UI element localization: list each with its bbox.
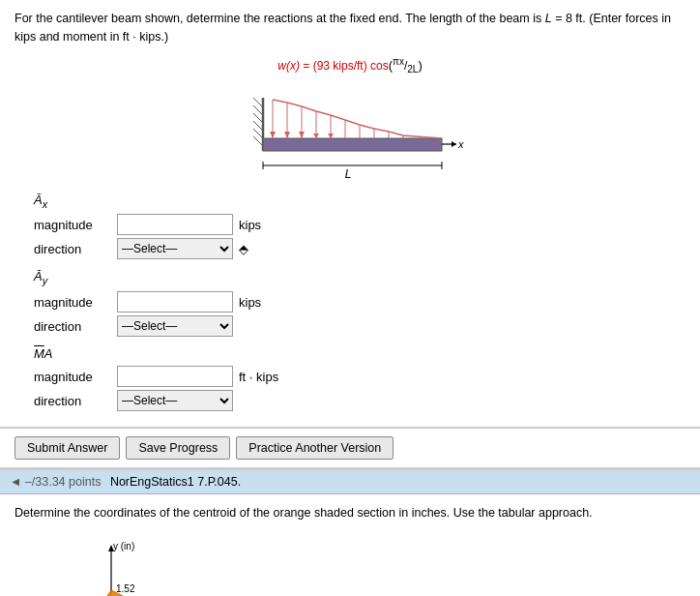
svg-text:1.52: 1.52 — [116, 583, 135, 594]
ma-unit: ft · kips — [239, 370, 278, 384]
ax-unit: kips — [239, 218, 261, 232]
ax-direction-label: direction — [34, 242, 111, 256]
svg-line-3 — [253, 113, 263, 123]
svg-text:y (in): y (in) — [113, 541, 134, 551]
ay-symbol: Āy — [34, 269, 47, 283]
svg-line-2 — [253, 105, 263, 115]
ma-direction-row: direction —Select— CW CCW — [34, 390, 685, 411]
svg-rect-7 — [263, 138, 442, 151]
course-label: NorEngStatics1 7.P.045. — [110, 475, 241, 489]
submit-button[interactable]: Submit Answer — [15, 436, 120, 460]
svg-marker-27 — [299, 132, 305, 138]
practice-button[interactable]: Practice Another Version — [236, 436, 394, 460]
problem2-header: ◄ –/33.34 points NorEngStatics1 7.P.045. — [0, 470, 700, 494]
ma-magnitude-input[interactable] — [117, 366, 233, 387]
ay-row: Āy — [34, 269, 685, 286]
svg-line-6 — [253, 136, 263, 146]
svg-marker-25 — [270, 132, 276, 138]
ay-magnitude-input[interactable] — [117, 291, 233, 313]
ax-select-arrow: ⬘ — [239, 242, 248, 256]
svg-marker-36 — [53, 590, 169, 596]
beam-svg: x L — [234, 78, 466, 185]
ay-unit: kips — [239, 295, 261, 310]
ma-magnitude-row: magnitude ft · kips — [34, 366, 685, 387]
problem2-text: Determine the coordinates of the centroi… — [15, 504, 685, 522]
ma-symbol: M — [34, 346, 44, 361]
ax-magnitude-label: magnitude — [34, 218, 111, 232]
problem1-text: For the cantilever beam shown, determine… — [15, 10, 685, 46]
svg-line-5 — [253, 129, 263, 138]
problem2-section: Determine the coordinates of the centroi… — [0, 494, 700, 596]
centroid-area: y (in) x (in) 1.52 -1.52 -3.04 3.04 -3.0… — [15, 532, 685, 596]
svg-marker-29 — [328, 134, 334, 138]
svg-text:x: x — [457, 138, 464, 150]
svg-line-1 — [253, 98, 263, 107]
ax-direction-select[interactable]: —Select— +x -x — [117, 238, 233, 259]
problem1-description: For the cantilever beam shown, determine… — [15, 12, 671, 44]
beam-formula: w(x) = (93 kips/ft) cos(πx/2L) — [277, 56, 422, 74]
ax-magnitude-row: magnitude kips — [34, 214, 685, 235]
ax-direction-row: direction —Select— +x -x ⬘ — [34, 238, 685, 259]
arrow-icon: ◄ — [10, 475, 21, 489]
beam-diagram: w(x) = (93 kips/ft) cos(πx/2L) — [205, 56, 495, 185]
ay-magnitude-row: magnitude kips — [34, 291, 685, 313]
ma-direction-label: direction — [34, 394, 111, 408]
svg-text:L: L — [345, 167, 352, 181]
svg-marker-26 — [284, 132, 290, 138]
ay-magnitude-label: magnitude — [34, 295, 111, 310]
problem1-section: For the cantilever beam shown, determine… — [0, 0, 700, 428]
ay-direction-row: direction —Select— +y -y — [34, 315, 685, 337]
ma-direction-select[interactable]: —Select— CW CCW — [117, 390, 233, 411]
ay-direction-label: direction — [34, 319, 111, 334]
buttons-row: Submit Answer Save Progress Practice Ano… — [0, 428, 700, 470]
ax-symbol: Āx — [34, 193, 47, 207]
ma-magnitude-label: magnitude — [34, 370, 111, 384]
svg-line-4 — [253, 121, 263, 131]
ma-row: MA — [34, 346, 685, 361]
ax-magnitude-input[interactable] — [117, 214, 233, 235]
svg-marker-19 — [452, 141, 456, 147]
save-button[interactable]: Save Progress — [126, 436, 230, 460]
reactions-container: Āx magnitude kips direction —Select— +x … — [34, 193, 685, 411]
ax-row: Āx — [34, 193, 685, 210]
ay-direction-select[interactable]: —Select— +y -y — [117, 315, 233, 337]
centroid-svg: y (in) x (in) 1.52 -1.52 -3.04 3.04 -3.0… — [15, 532, 227, 596]
points-label: –/33.34 points — [25, 475, 102, 489]
svg-marker-28 — [313, 134, 319, 138]
